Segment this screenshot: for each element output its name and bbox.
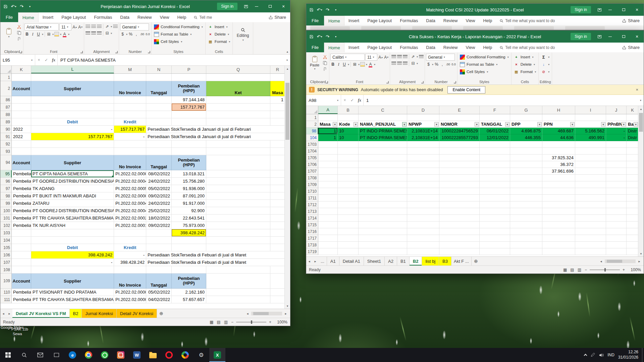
cell-B1710[interactable] — [338, 188, 359, 195]
cell-M102[interactable]: PI.2022.02.00010 — [114, 222, 146, 229]
filter-button-F[interactable]: ▾ — [505, 122, 509, 126]
cell-I1707[interactable] — [575, 168, 606, 175]
cell-C1703[interactable] — [359, 141, 407, 148]
cell-J1707[interactable] — [606, 168, 627, 175]
cell-K110[interactable]: Pembelian — [12, 289, 31, 296]
filter-button-D[interactable]: ▾ — [434, 122, 439, 126]
row-header-105[interactable]: 105 — [0, 244, 12, 251]
page-layout-view-icon[interactable]: ▤ — [570, 267, 575, 272]
sheet-tab-detail-jv-koreksi-vs-fm[interactable]: Detail JV Koreksi VS FM — [12, 309, 70, 318]
title-bar-right[interactable]: ↶▾ ↷ ▾ Citra Sukses - Kertas Kerja - Lap… — [306, 31, 644, 43]
cell-L108[interactable] — [31, 266, 114, 274]
scrollbar-thumb[interactable] — [285, 83, 289, 140]
cell-P1[interactable] — [172, 74, 206, 81]
cell-K1[interactable] — [12, 74, 31, 81]
cell-F1711[interactable] — [480, 195, 510, 201]
zoom-slider[interactable] — [590, 269, 620, 270]
cell-M108[interactable] — [114, 266, 146, 274]
ribbon-tab-view[interactable]: View — [156, 12, 173, 22]
undo-icon[interactable]: ↶▾ — [316, 32, 323, 41]
row-header-1718[interactable]: 1718 — [306, 242, 318, 248]
scrollbar-thumb[interactable] — [639, 113, 643, 132]
cell-H1718[interactable] — [542, 242, 575, 248]
cell-E1710[interactable] — [439, 188, 480, 195]
insert-function-icon[interactable]: fx — [356, 98, 363, 103]
excel-window-penjelasan[interactable]: ↶▾ ↷ ▾ Penjelasan dan Rincian Jurnal Kor… — [0, 0, 290, 326]
column-header-P[interactable]: P — [172, 66, 206, 73]
taskbar-icon-chrome[interactable] — [80, 348, 97, 362]
percent-style-icon[interactable]: % — [434, 61, 439, 67]
cell-L97[interactable]: TK ADANG — [31, 185, 114, 192]
row-header-98[interactable]: 98 — [0, 192, 12, 200]
cell-R103[interactable] — [270, 229, 284, 237]
row-header-1716[interactable]: 1716 — [306, 228, 318, 235]
cell-B104[interactable]: 10 — [338, 134, 359, 141]
row-header-90[interactable]: 90 — [0, 126, 12, 133]
taskbar-icon-task-view[interactable] — [48, 348, 64, 362]
cell-H1710[interactable] — [542, 188, 575, 195]
taskbar-icon-instagram[interactable] — [113, 348, 129, 362]
cell-L92[interactable] — [31, 140, 114, 148]
cell-G104[interactable]: 446.355 — [510, 134, 542, 141]
cell-Q108[interactable] — [206, 266, 270, 274]
cell-C1716[interactable] — [359, 228, 407, 235]
tell-me-box[interactable]: Tell me — [190, 12, 215, 22]
cut-icon[interactable] — [16, 24, 22, 29]
cell-B1708[interactable] — [338, 175, 359, 181]
cell-L87[interactable] — [31, 104, 114, 111]
ribbon-tab-help[interactable]: Help — [479, 43, 496, 52]
cell-R99[interactable] — [270, 200, 284, 207]
fill-color-icon[interactable] — [54, 32, 59, 37]
cell-A1712[interactable] — [318, 201, 338, 208]
cell-F1703[interactable] — [480, 141, 510, 148]
cell-J1714[interactable] — [606, 215, 627, 222]
sheet-tab-a1[interactable]: A1 — [327, 257, 339, 265]
zoom-level[interactable]: 100% — [274, 320, 287, 324]
cell-A1704[interactable] — [318, 148, 338, 155]
ribbon-display-options-icon[interactable] — [596, 32, 603, 41]
cell-M103[interactable] — [114, 229, 146, 237]
sheet-tab-b3[interactable]: B3 — [439, 257, 451, 265]
cell-A1710[interactable] — [318, 188, 338, 195]
title-bar-back[interactable]: ↶▾ ↷ ▾ Matching Cost CSI 2022 Update 301… — [306, 4, 644, 16]
row-header-104[interactable]: 104 — [0, 237, 12, 244]
clear-button[interactable]: ⊘▾ — [540, 68, 551, 75]
cell-N111[interactable]: 04/02/2022 — [146, 296, 172, 303]
row-header-109[interactable]: 109 — [0, 274, 12, 289]
select-all-button[interactable] — [306, 106, 318, 114]
tray-expand-icon[interactable] — [584, 353, 587, 357]
cell-C1715[interactable] — [359, 222, 407, 228]
cell-N1[interactable] — [146, 74, 172, 81]
cell-N97[interactable]: 05/02/2022 — [146, 185, 172, 192]
column-header-M[interactable]: M — [114, 66, 146, 73]
delete-cells-button[interactable]: ×Delete▾ — [513, 61, 537, 68]
cell-I1711[interactable] — [575, 195, 606, 201]
number-format-select[interactable]: General▾ — [120, 23, 149, 31]
cell-P98[interactable]: 87.091.200 — [172, 192, 206, 200]
cell-R102[interactable] — [270, 222, 284, 229]
format-painter-icon[interactable] — [322, 67, 328, 72]
underline-button[interactable]: U — [36, 31, 41, 37]
cell-D1715[interactable] — [407, 222, 439, 228]
cell-I1714[interactable] — [575, 215, 606, 222]
taskbar-icon-start[interactable] — [0, 348, 16, 362]
cell-C1710[interactable] — [359, 188, 407, 195]
cell-L91[interactable]: 157.717.767 — [31, 133, 114, 140]
cell-P94[interactable]: Pembelian (HPP) — [172, 155, 206, 170]
cell-G1709[interactable] — [510, 181, 542, 188]
sheet-tab-detail-a1[interactable]: Detail A1 — [339, 257, 364, 265]
cell-E1711[interactable] — [439, 195, 480, 201]
cell-Q2[interactable]: Ket — [206, 81, 270, 96]
security-close-icon[interactable]: × — [633, 87, 641, 92]
cell-A1716[interactable] — [318, 228, 338, 235]
wrap-text-icon[interactable] — [113, 23, 118, 29]
cell-K104[interactable] — [12, 237, 31, 244]
minimize-button[interactable] — [603, 4, 617, 16]
cell-M100[interactable]: PI.2022.02.00046 — [114, 207, 146, 215]
cell-H1707[interactable]: 37.961.696 — [542, 168, 575, 175]
zoom-out-icon[interactable]: − — [230, 320, 234, 324]
desktop-icon-label[interactable]: Sewa — [13, 332, 22, 336]
cell-F1704[interactable] — [480, 148, 510, 155]
cell-L90[interactable]: - — [31, 126, 114, 133]
cell-P111[interactable]: 57.657.657 — [172, 296, 206, 303]
